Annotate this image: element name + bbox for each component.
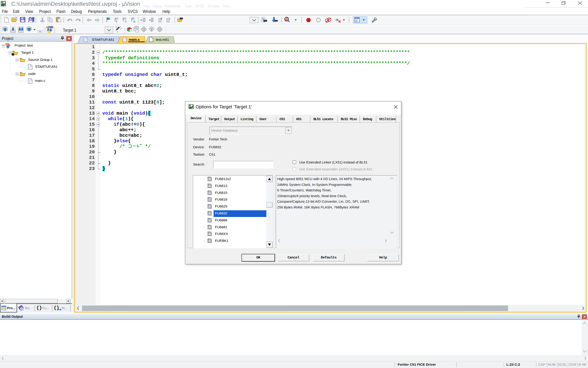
svg-text:?: ?	[21, 307, 22, 311]
svg-text:µ: µ	[189, 104, 191, 107]
svg-text:LOAD: LOAD	[46, 26, 53, 29]
svg-text:µ: µ	[1, 1, 3, 4]
svg-text:s: s	[4, 4, 5, 6]
svg-text:s: s	[192, 107, 193, 109]
svg-text:d: d	[285, 17, 288, 21]
